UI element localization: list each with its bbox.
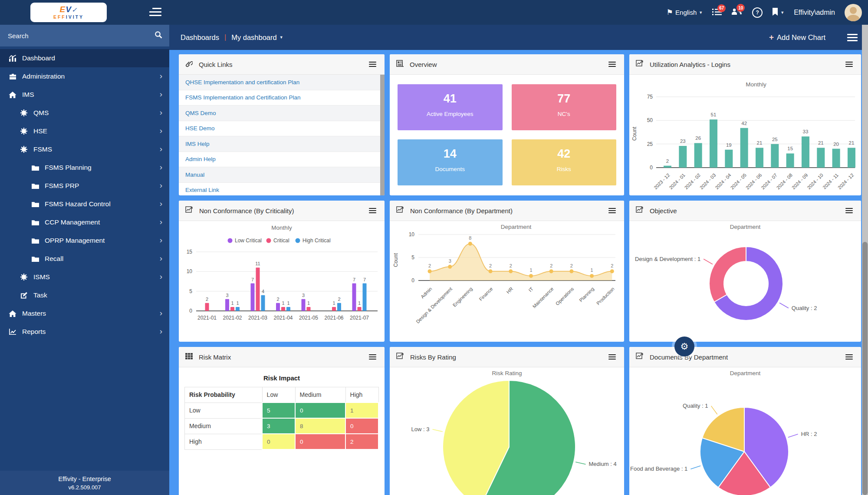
sidebar-item-task[interactable]: Task [0, 286, 169, 304]
card-menu-button[interactable] [844, 59, 855, 70]
svg-text:2021-07: 2021-07 [350, 315, 369, 321]
effivity-logo[interactable]: EV✓ EFFIVITY [30, 3, 107, 22]
edit-icon [19, 292, 29, 299]
dashboard-options-button[interactable] [847, 32, 858, 43]
help-button[interactable]: ? [752, 7, 763, 18]
chevron-right-icon: › [160, 162, 162, 172]
svg-text:2: 2 [338, 297, 340, 302]
card-objective: ObjectiveDepartmentQuality : 2Design & D… [629, 201, 861, 342]
sidebar-item-administration[interactable]: Administration› [0, 67, 169, 86]
sidebar-item-fsms-hazard-control[interactable]: FSMS Hazard Control› [0, 195, 169, 213]
svg-text:51: 51 [711, 112, 717, 117]
quick-link-admin-help[interactable]: Admin Help [179, 152, 380, 168]
quick-link-hse-demo[interactable]: HSE Demo [179, 121, 380, 137]
svg-text:Design & Development : 1: Design & Development : 1 [635, 256, 700, 262]
sidebar-item-label: Administration [22, 73, 65, 80]
svg-text:Count: Count [631, 126, 638, 141]
sidebar-item-label: FSMS [33, 145, 52, 153]
quick-link-qms-demo[interactable]: QMS Demo [179, 106, 380, 121]
sidebar-item-fsms-planning[interactable]: FSMS Planning› [0, 158, 169, 177]
card-menu-button[interactable] [367, 351, 378, 363]
quick-link-manual[interactable]: Manual [179, 167, 380, 183]
sidebar-item-ims[interactable]: IMS› [0, 86, 169, 104]
gear-icon: ⚙ [681, 341, 689, 352]
card-menu-button[interactable] [367, 205, 378, 216]
svg-text:Department: Department [501, 224, 532, 230]
svg-text:1: 1 [282, 300, 284, 306]
folder-icon [30, 256, 40, 262]
svg-text:42: 42 [741, 121, 747, 126]
matrix-cell: 0 [295, 434, 345, 449]
sidebar-item-isms[interactable]: ISMS› [0, 268, 169, 286]
card-header: Utilization Analytics - Logins [629, 54, 861, 75]
svg-text:Maintenance: Maintenance [532, 286, 555, 309]
quick-link-external-link[interactable]: External Link [179, 183, 380, 196]
question-icon: ? [752, 7, 763, 18]
users-button[interactable]: 10 [731, 8, 743, 17]
sidebar-item-recall[interactable]: Recall› [0, 250, 169, 268]
language-selector[interactable]: ⚑ English ▼ [667, 8, 703, 17]
card-menu-button[interactable] [367, 59, 378, 70]
sidebar-item-label: Reports [22, 328, 46, 336]
card-title: Quick Links [199, 61, 233, 68]
card-menu-button[interactable] [607, 205, 618, 216]
card-menu-button[interactable] [844, 205, 855, 216]
svg-text:7: 7 [363, 277, 366, 282]
sidebar-item-fsms[interactable]: FSMS› [0, 140, 169, 158]
svg-text:3: 3 [226, 293, 228, 298]
sidebar-item-masters[interactable]: Masters› [0, 304, 169, 323]
svg-text:Design & Development: Design & Development [415, 286, 453, 324]
chevron-right-icon: › [160, 144, 162, 154]
card-menu-button[interactable] [607, 59, 618, 70]
svg-text:2024 - 08: 2024 - 08 [776, 172, 793, 190]
sidebar-item-hse[interactable]: HSE› [0, 122, 169, 140]
svg-text:2024 - 10: 2024 - 10 [806, 172, 824, 190]
add-new-chart-button[interactable]: + Add New Chart [766, 32, 828, 43]
sidebar-item-qms[interactable]: QMS› [0, 104, 169, 122]
quick-link-fsms-implementation-and-certification-plan[interactable]: FSMS Implementation and Certification Pl… [179, 90, 380, 106]
sidebar-item-ccp-management[interactable]: CCP Management› [0, 213, 169, 231]
search-icon[interactable] [155, 31, 162, 40]
bookmark-menu[interactable]: ▼ [772, 8, 784, 17]
sidebar-item-oprp-management[interactable]: OPRP Management› [0, 231, 169, 250]
page-scrollbar[interactable] [862, 25, 868, 495]
svg-text:25: 25 [647, 141, 653, 147]
settings-fab[interactable]: ⚙ [674, 337, 694, 356]
user-avatar[interactable] [845, 4, 862, 21]
card-menu-button[interactable] [844, 351, 855, 363]
dashboard-selector[interactable]: My dashboard ▼ [231, 33, 283, 42]
card-risks-by-rating: Risks By RatingRisk RatingMedium : 4Low … [390, 347, 624, 495]
sidebar-item-fsms-prp[interactable]: FSMS PRP› [0, 177, 169, 195]
chevron-right-icon: › [160, 108, 162, 117]
svg-text:2021-06: 2021-06 [324, 315, 343, 321]
svg-text:2: 2 [611, 263, 613, 268]
card-menu-button[interactable] [607, 351, 618, 363]
svg-text:Monthly: Monthly [746, 81, 766, 88]
line-chart-icon [8, 329, 17, 335]
svg-text:2023 - 12: 2023 - 12 [653, 172, 671, 190]
quick-links-scrollbar[interactable] [380, 75, 385, 195]
quick-links-list: QHSE Implementation and certification Pl… [179, 75, 380, 195]
search-input[interactable] [7, 32, 155, 40]
svg-text:Low Critical: Low Critical [235, 238, 262, 244]
svg-text:2: 2 [666, 158, 669, 164]
sidebar-item-dashboard[interactable]: Dashboard [0, 49, 169, 67]
breadcrumb-section[interactable]: Dashboards [181, 33, 219, 42]
task-list-button[interactable]: 67 [712, 8, 722, 17]
svg-text:33: 33 [803, 129, 809, 134]
sidebar-item-reports[interactable]: Reports› [0, 323, 169, 341]
sidebar-search [0, 25, 169, 46]
quick-link-ims-help[interactable]: IMS Help [179, 136, 380, 152]
page-scrollbar-thumb[interactable] [862, 242, 868, 495]
card-non-conformance-by-department: Non Conformance (By Department)Departmen… [390, 201, 624, 342]
sidebar-toggle-icon[interactable] [149, 7, 161, 17]
matrix-col-risk-probability: Risk Probability [185, 387, 263, 403]
svg-text:21: 21 [757, 140, 763, 145]
card-header: Non Conformance (By Criticality) [179, 201, 385, 221]
chevron-right-icon: › [160, 89, 162, 99]
sidebar-menu: DashboardAdministration›IMS›QMS›HSE›FSMS… [0, 46, 169, 341]
quick-link-qhse-implementation-and-certification-plan[interactable]: QHSE Implementation and certification Pl… [179, 75, 380, 90]
svg-text:2: 2 [570, 263, 573, 268]
matrix-cell: 3 [262, 418, 295, 434]
svg-text:2: 2 [510, 263, 512, 268]
